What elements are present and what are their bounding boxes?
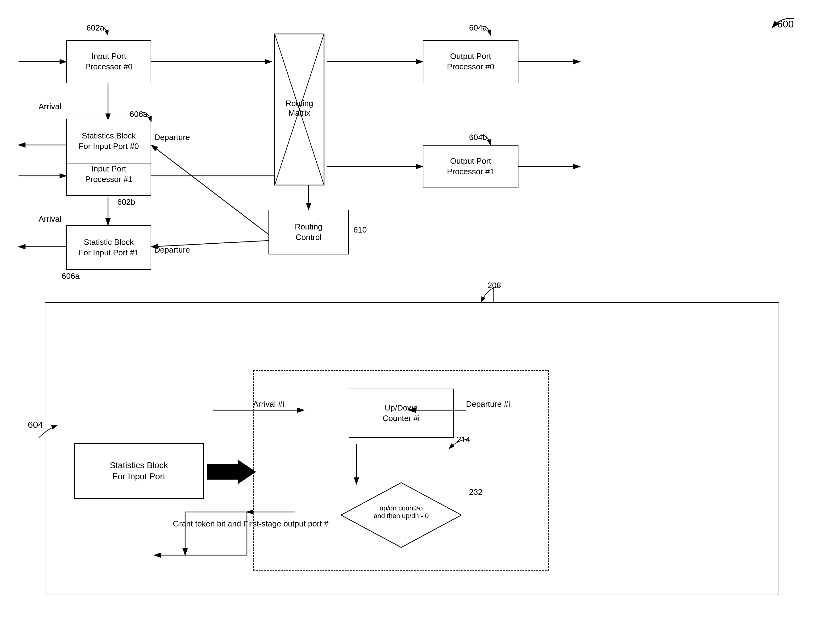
ref-604b-arrow xyxy=(478,133,497,151)
ref-606a-arrow xyxy=(139,109,157,128)
opp1-label: Output Port Processor #1 xyxy=(447,156,494,177)
ipp1-label: Input Port Processor #1 xyxy=(85,164,132,185)
ref-602a-arrow xyxy=(96,23,114,41)
updown-counter-label: Up/Down Counter #i xyxy=(383,403,420,424)
departure-label-top: Departure xyxy=(154,133,190,142)
stats0-box: Statistics Block For Input Port #0 xyxy=(66,119,151,163)
ref-600-arrow xyxy=(766,15,803,40)
grant-token-label: Grant token bit and First-stage output p… xyxy=(173,518,328,529)
svg-marker-27 xyxy=(207,460,256,484)
svg-line-15 xyxy=(151,145,268,235)
diagram-container: 600 Input Port Processor #0 602a Input P… xyxy=(0,0,840,623)
stats1-label: Statistic Block For Input Port #1 xyxy=(79,237,139,258)
ref-604a-arrow xyxy=(478,23,497,41)
stats-block-label: Statistics Block For Input Port xyxy=(110,460,168,482)
arrival-label-top: Arrival xyxy=(38,102,62,111)
updown-counter-box: Up/Down Counter #i xyxy=(349,388,454,438)
departure-label-bottom: Departure xyxy=(154,245,190,255)
routing-control-label: Routing Control xyxy=(295,222,323,243)
ipp0-label: Input Port Processor #0 xyxy=(85,51,132,72)
ref-606b: 606a xyxy=(62,272,80,281)
stats1-box: Statistic Block For Input Port #1 xyxy=(66,225,151,270)
ref-602b: 602b xyxy=(117,197,135,207)
routing-matrix-label: Routing Matrix xyxy=(259,99,340,118)
arrival-label-bottom: Arrival xyxy=(38,214,62,224)
opp0-label: Output Port Processor #0 xyxy=(447,51,494,72)
ref-232: 232 xyxy=(469,487,482,497)
opp0-box: Output Port Processor #0 xyxy=(423,40,518,83)
arrival-i-label: Arrival #i xyxy=(253,399,284,409)
ref-214-arrow xyxy=(446,436,471,452)
stats-block-box: Statistics Block For Input Port xyxy=(74,443,204,499)
svg-text:up/dn count>o: up/dn count>o xyxy=(380,504,423,512)
stats0-label: Statistics Block For Input Port #0 xyxy=(79,131,139,152)
ipp0-box: Input Port Processor #0 xyxy=(66,40,151,83)
opp1-box: Output Port Processor #1 xyxy=(423,145,518,188)
ref-610: 610 xyxy=(353,225,367,235)
diamond-svg: up/dn count>o and then up/dn - 0 xyxy=(340,481,463,549)
big-arrow-right xyxy=(207,460,256,484)
routing-matrix-container: Routing Matrix xyxy=(272,31,327,188)
departure-i-label: Departure #i xyxy=(466,399,510,409)
svg-text:and then up/dn - 0: and then up/dn - 0 xyxy=(374,512,429,520)
routing-control-box: Routing Control xyxy=(268,210,349,255)
